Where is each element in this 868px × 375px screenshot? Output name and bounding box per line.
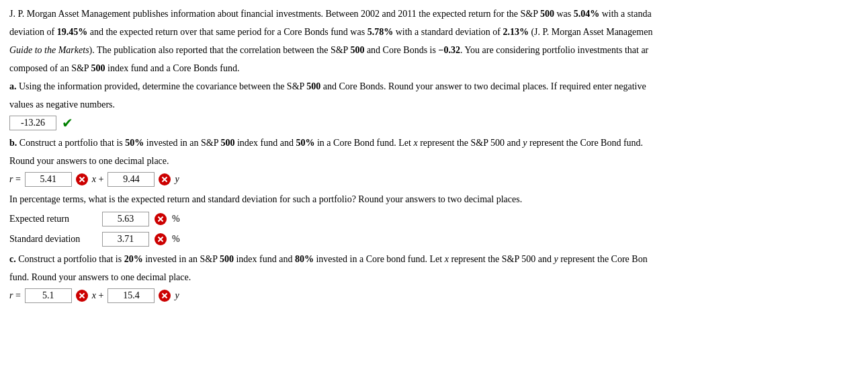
sp500-ref-6: 500 bbox=[220, 254, 234, 264]
answer-b-coeff2[interactable] bbox=[107, 172, 155, 187]
x-wrong-icon-er bbox=[155, 213, 167, 225]
answer-c-coeff2[interactable] bbox=[107, 288, 155, 303]
expected-return-row: Expected return % bbox=[9, 212, 859, 226]
return-val-2: 5.78% bbox=[367, 27, 394, 37]
in-pct-terms-text: In percentage terms, what is the expecte… bbox=[9, 192, 859, 206]
question-b: b. Construct a portfolio that is 50% inv… bbox=[9, 136, 859, 247]
expected-return-label: Expected return bbox=[9, 214, 97, 224]
std-dev-val-1: 19.45% bbox=[57, 27, 88, 37]
q-a-label: a. bbox=[9, 81, 17, 91]
question-c: c. Construct a portfolio that is 20% inv… bbox=[9, 252, 859, 303]
guide-title: Guide to the Markets bbox=[9, 45, 89, 55]
x-wrong-icon-c2 bbox=[159, 290, 171, 302]
answer-c-row: r = x + y bbox=[9, 288, 859, 303]
return-val-1: 5.04% bbox=[574, 9, 600, 19]
question-a-text: a. Using the information provided, deter… bbox=[9, 79, 859, 93]
answer-a-input[interactable] bbox=[9, 116, 56, 130]
std-dev-row: Standard deviation % bbox=[9, 232, 859, 247]
pct-80: 80% bbox=[295, 254, 314, 264]
x-plus-label-c: x + bbox=[92, 290, 104, 301]
intro-paragraph-3: Guide to the Markets). The publication a… bbox=[9, 43, 859, 57]
sp500-ref-1: 500 bbox=[540, 9, 554, 19]
answer-c-coeff1[interactable] bbox=[25, 288, 72, 303]
expected-return-input[interactable] bbox=[102, 212, 149, 226]
question-c-text: c. Construct a portfolio that is 20% inv… bbox=[9, 252, 859, 266]
r-equals-c: r = bbox=[9, 290, 21, 301]
q-c-label: c. bbox=[9, 254, 16, 264]
x-wrong-icon-b2 bbox=[159, 173, 171, 185]
x-wrong-icon-b1 bbox=[76, 173, 88, 185]
question-a: a. Using the information provided, deter… bbox=[9, 79, 859, 130]
intro-paragraph-1: J. P. Morgan Asset Management publishes … bbox=[9, 7, 859, 21]
intro-paragraph-2: deviation of 19.45% and the expected ret… bbox=[9, 25, 859, 39]
r-equals-b: r = bbox=[9, 174, 21, 185]
x-plus-label-b: x + bbox=[92, 174, 104, 185]
x-wrong-icon-c1 bbox=[76, 290, 88, 302]
sp500-ref-4: 500 bbox=[306, 81, 320, 91]
pct-50b: 50% bbox=[296, 138, 314, 148]
q-b-label: b. bbox=[9, 138, 17, 148]
question-c-text2: fund. Round your answers to one decimal … bbox=[9, 270, 859, 284]
question-b-text2: Round your answers to one decimal place. bbox=[9, 154, 859, 168]
question-a-text2: values as negative numbers. bbox=[9, 97, 859, 112]
std-dev-unit: % bbox=[172, 234, 180, 245]
correlation-val: −0.32 bbox=[438, 45, 460, 55]
answer-b-coeff1[interactable] bbox=[25, 172, 72, 187]
expected-return-unit: % bbox=[172, 214, 180, 224]
x-wrong-icon-sd bbox=[155, 233, 167, 245]
checkmark-symbol: ✔ bbox=[62, 116, 73, 130]
y-label-c: y bbox=[175, 290, 179, 301]
std-dev-label: Standard deviation bbox=[9, 234, 97, 245]
sp500-ref-5: 500 bbox=[220, 138, 234, 148]
check-correct-icon: ✔ bbox=[60, 116, 74, 130]
answer-b-row: r = x + y bbox=[9, 172, 859, 187]
std-dev-input[interactable] bbox=[102, 232, 149, 247]
sp500-ref-3: 500 bbox=[91, 63, 105, 73]
answer-a-row: ✔ bbox=[9, 116, 859, 130]
std-dev-val-2: 2.13% bbox=[503, 27, 529, 37]
intro-paragraph-4: composed of an S&P 500 index fund and a … bbox=[9, 61, 859, 75]
pct-20: 20% bbox=[124, 254, 143, 264]
question-b-text: b. Construct a portfolio that is 50% inv… bbox=[9, 136, 859, 150]
y-label-b: y bbox=[175, 174, 179, 185]
pct-50a: 50% bbox=[125, 138, 144, 148]
sp500-ref-2: 500 bbox=[350, 45, 364, 55]
